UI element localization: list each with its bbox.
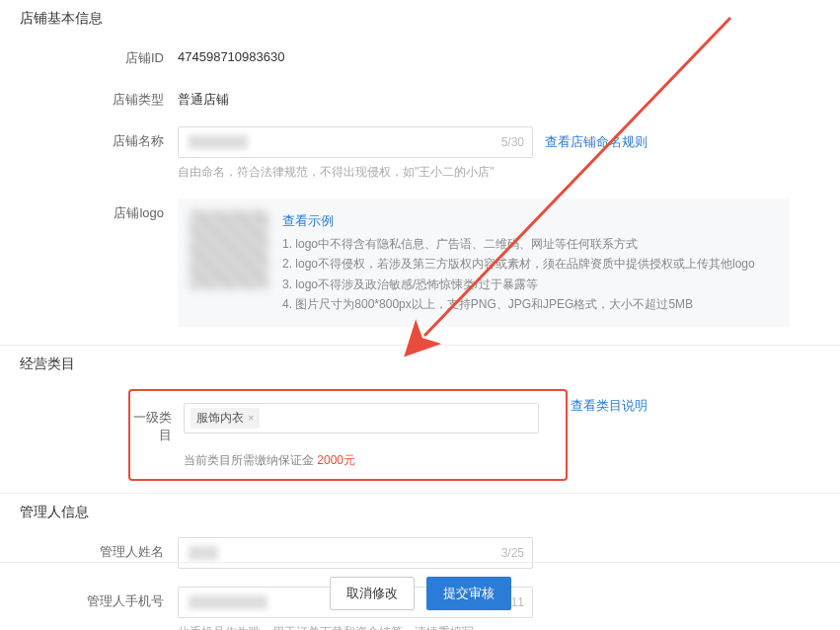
manager-phone-hint: 此手机号作为唯一用于订单下载和资金结算，请慎重填写 bbox=[178, 624, 820, 630]
shop-name-rule-link[interactable]: 查看店铺命名规则 bbox=[545, 133, 648, 151]
label-shop-name: 店铺名称 bbox=[20, 126, 178, 150]
submit-button[interactable]: 提交审核 bbox=[426, 577, 511, 610]
label-primary-category: 一级类目 bbox=[130, 403, 184, 444]
primary-category-input[interactable]: 服饰内衣 × bbox=[184, 403, 539, 433]
label-shop-type: 店铺类型 bbox=[20, 85, 178, 109]
shop-name-hint: 自由命名，符合法律规范，不得出现侵权，如"王小二的小店" bbox=[178, 164, 820, 181]
category-highlight-box: 一级类目 服饰内衣 × 当前类目所需缴纳保证金 2000元 bbox=[128, 389, 568, 481]
category-tag: 服饰内衣 × bbox=[191, 408, 260, 429]
value-shop-id: 474598710983630 bbox=[178, 43, 820, 64]
logo-rule-2: 2. logo不得侵权，若涉及第三方版权内容或素材，须在品牌资质中提供授权或上传… bbox=[282, 254, 778, 274]
section-basic: 店铺基本信息 店铺ID 474598710983630 店铺类型 普通店铺 店铺… bbox=[0, 0, 840, 327]
section-title-manager: 管理人信息 bbox=[20, 504, 820, 521]
logo-rule-4: 4. 图片尺寸为800*800px以上，支持PNG、JPG和JPEG格式，大小不… bbox=[282, 294, 778, 314]
deposit-note: 当前类目所需缴纳保证金 2000元 bbox=[184, 452, 554, 469]
section-title-category: 经营类目 bbox=[20, 355, 820, 373]
shop-name-counter: 5/30 bbox=[501, 135, 524, 149]
category-tag-text: 服饰内衣 bbox=[196, 410, 244, 427]
section-category: 经营类目 一级类目 服饰内衣 × 当前类目所需缴纳保证金 2000元 查看类目说… bbox=[0, 346, 840, 481]
row-shop-name: 店铺名称 5/30 查看店铺命名规则 自由命名，符合法律规范，不得出现侵权，如"… bbox=[20, 126, 820, 181]
label-shop-id: 店铺ID bbox=[20, 43, 178, 67]
logo-rule-3: 3. logo不得涉及政治敏感/恐怖惊悚类/过于暴露等 bbox=[282, 275, 778, 294]
value-shop-type: 普通店铺 bbox=[178, 85, 820, 109]
manager-name-counter: 3/25 bbox=[501, 546, 524, 560]
logo-rules: 查看示例 1. logo中不得含有隐私信息、广告语、二维码、网址等任何联系方式 … bbox=[282, 210, 778, 315]
label-shop-logo: 店铺logo bbox=[20, 198, 178, 222]
logo-thumbnail[interactable] bbox=[190, 210, 268, 289]
close-icon[interactable]: × bbox=[248, 412, 254, 424]
label-manager-name: 管理人姓名 bbox=[20, 537, 178, 561]
logo-block: 查看示例 1. logo中不得含有隐私信息、广告语、二维码、网址等任何联系方式 … bbox=[178, 198, 790, 327]
row-shop-type: 店铺类型 普通店铺 bbox=[20, 85, 820, 109]
shop-name-input-wrap: 5/30 bbox=[178, 126, 533, 158]
logo-rule-1: 1. logo中不得含有隐私信息、广告语、二维码、网址等任何联系方式 bbox=[282, 234, 778, 254]
deposit-amount: 2000元 bbox=[317, 453, 355, 467]
category-rule-link[interactable]: 查看类目说明 bbox=[571, 397, 648, 415]
section-title-basic: 店铺基本信息 bbox=[20, 10, 820, 28]
cancel-button[interactable]: 取消修改 bbox=[330, 577, 415, 610]
footer-actions: 取消修改 提交审核 bbox=[0, 562, 840, 624]
row-shop-logo: 店铺logo 查看示例 1. logo中不得含有隐私信息、广告语、二维码、网址等… bbox=[20, 198, 820, 327]
logo-example-link[interactable]: 查看示例 bbox=[282, 210, 778, 232]
row-shop-id: 店铺ID 474598710983630 bbox=[20, 43, 820, 67]
